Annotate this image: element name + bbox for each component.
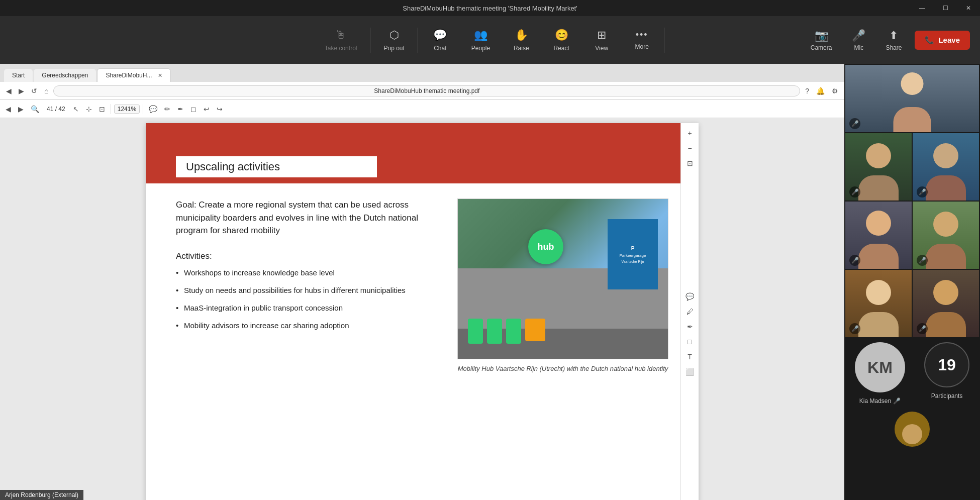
- toolbar-group-left: 🖱 Take control ⬡ Pop out 💬 Chat 👥 People…: [314, 25, 666, 56]
- side-prev-button[interactable]: ↑: [682, 498, 698, 500]
- forward-button[interactable]: ▶: [17, 86, 26, 96]
- raise-label: Raise: [514, 45, 529, 52]
- pdf-annotate-icon[interactable]: 💬: [146, 104, 160, 115]
- participant-head-4: [866, 211, 891, 236]
- slide-body: Goal: Create a more regional system that…: [146, 183, 699, 388]
- participants-bottom-row: KM Kia Madsen 🎤 19 Participants: [845, 338, 979, 409]
- phone-icon: 📞: [925, 36, 934, 45]
- participants-count-circle: 19: [924, 342, 969, 387]
- participant-cell-2: 🎤: [913, 133, 979, 201]
- people-button[interactable]: 👥 People: [460, 25, 501, 56]
- browser-tab-gereedschappen-label: Gereedschappen: [42, 72, 88, 79]
- pdf-cursor-icon[interactable]: ↖: [70, 104, 81, 115]
- browser-tab-pdf[interactable]: ShareDiMobuH... ✕: [97, 68, 170, 82]
- participant-mute-4: 🎤: [849, 255, 860, 266]
- side-highlight-button[interactable]: 🖊: [682, 305, 698, 319]
- settings-button[interactable]: ⚙: [830, 86, 840, 96]
- pdf-nav-left-icon[interactable]: ◀: [3, 104, 14, 115]
- participant-body-7: [926, 312, 966, 337]
- side-zoom-out-button[interactable]: −: [682, 141, 698, 155]
- pdf-select-icon[interactable]: ⊹: [83, 104, 94, 115]
- close-button[interactable]: ✕: [957, 0, 980, 16]
- react-icon: 😊: [555, 29, 568, 42]
- address-input[interactable]: [53, 85, 800, 96]
- slide-goal-text: Goal: Create a more regional system that…: [176, 198, 437, 237]
- participant-mute-7: 🎤: [917, 323, 928, 334]
- pdf-highlight-icon[interactable]: ✏: [162, 104, 173, 115]
- browser-tab-close-icon[interactable]: ✕: [158, 72, 162, 78]
- side-shape-button[interactable]: □: [682, 335, 698, 349]
- participant-row-3: 🎤 🎤: [845, 270, 979, 337]
- participant-cell-6: 🎤: [913, 270, 979, 337]
- side-draw-button[interactable]: ✒: [682, 320, 698, 334]
- slide-title: Upscaling activities: [176, 156, 377, 177]
- participant-body-1: [894, 107, 931, 132]
- side-text-button[interactable]: T: [682, 350, 698, 364]
- participant-head-1: [901, 72, 924, 95]
- window-title: ShareDiMobuHub thematic meeting 'Shared …: [403, 5, 577, 12]
- refresh-button[interactable]: ↺: [29, 86, 39, 96]
- pdf-eraser-icon[interactable]: ◻: [188, 104, 199, 115]
- pdf-zoom-level[interactable]: 1241%: [114, 105, 140, 114]
- participants-panel: 🎤 🎤 🎤 🎤 🎤: [844, 64, 980, 500]
- pdf-zoom-fit-icon[interactable]: ⊡: [96, 104, 108, 115]
- home-button[interactable]: ⌂: [42, 86, 50, 96]
- raise-button[interactable]: ✋ Raise: [501, 25, 541, 56]
- participant-row-2: 🎤 🎤: [845, 202, 979, 269]
- share-icon: ⬆: [889, 29, 898, 42]
- maximize-button[interactable]: ☐: [934, 0, 957, 16]
- browser-address-bar: ◀ ▶ ↺ ⌂ ? 🔔 ⚙: [0, 82, 844, 100]
- pdf-redo-icon[interactable]: ↪: [214, 104, 225, 115]
- status-bar: Arjen Rodenburg (External): [0, 490, 83, 500]
- participant-head-5: [933, 212, 958, 237]
- participants-count-section: 19 Participants: [924, 342, 969, 399]
- minimize-button[interactable]: —: [911, 0, 934, 16]
- more-icon: •••: [636, 30, 648, 40]
- km-avatar: KM: [855, 342, 905, 392]
- browser-tab-start[interactable]: Start: [4, 69, 33, 82]
- bottom-avatar-row: [845, 410, 979, 449]
- pdf-nav-right-icon[interactable]: ▶: [16, 104, 26, 115]
- main-content: Start Gereedschappen ShareDiMobuH... ✕ ◀…: [0, 64, 980, 500]
- camera-icon: 📷: [815, 29, 828, 42]
- km-mute-icon: 🎤: [893, 397, 901, 405]
- browser-tab-gereedschappen[interactable]: Gereedschappen: [34, 69, 96, 82]
- window-controls: — ☐ ✕: [911, 0, 980, 16]
- participant-row-1: 🎤 🎤: [845, 133, 979, 201]
- side-fit-button[interactable]: ⊡: [682, 156, 698, 170]
- react-button[interactable]: 😊 React: [541, 25, 581, 56]
- side-toolbar: + − ⊡ 💬 🖊 ✒ □ T ⬜ ↑: [680, 123, 699, 500]
- pop-out-button[interactable]: ⬡ Pop out: [372, 25, 415, 56]
- participant-cell-4: 🎤: [913, 202, 979, 269]
- mic-button[interactable]: 🎤 Mic: [845, 26, 872, 54]
- take-control-button[interactable]: 🖱 Take control: [314, 25, 368, 56]
- participant-head-7: [933, 280, 958, 305]
- bikes-area: [468, 319, 545, 344]
- view-label: View: [595, 45, 608, 52]
- side-stamp-button[interactable]: ⬜: [682, 365, 698, 379]
- notify-button[interactable]: 🔔: [814, 86, 827, 96]
- pdf-draw-icon[interactable]: ✒: [175, 104, 186, 115]
- take-control-icon: 🖱: [335, 29, 346, 42]
- mic-icon: 🎤: [852, 29, 865, 42]
- view-button[interactable]: ⊞ View: [581, 25, 622, 56]
- slide-text-col: Goal: Create a more regional system that…: [176, 198, 437, 373]
- share-button[interactable]: ⬆ Share: [878, 26, 909, 54]
- camera-button[interactable]: 📷 Camera: [804, 26, 839, 54]
- toolbar-divider-2: [418, 28, 418, 53]
- help-button[interactable]: ?: [803, 86, 811, 96]
- back-button[interactable]: ◀: [4, 86, 14, 96]
- browser-tab-pdf-label: ShareDiMobuH...: [106, 72, 152, 79]
- leave-button[interactable]: 📞 Leave: [915, 31, 970, 50]
- more-button[interactable]: ••• More: [622, 26, 662, 54]
- side-zoom-in-button[interactable]: +: [682, 126, 698, 140]
- participant-cell-3: 🎤: [845, 202, 912, 269]
- slide-bullet-2: Study on needs and possibilities for hub…: [176, 285, 437, 295]
- participants-label: Participants: [931, 392, 963, 399]
- chat-button[interactable]: 💬 Chat: [420, 25, 460, 56]
- pdf-zoom-out-icon[interactable]: 🔍: [28, 104, 42, 115]
- side-annotate-button[interactable]: 💬: [682, 289, 698, 304]
- slide-activities-title: Activities:: [176, 251, 437, 261]
- toolbar-divider-3: [664, 28, 664, 53]
- pdf-undo-icon[interactable]: ↩: [201, 104, 212, 115]
